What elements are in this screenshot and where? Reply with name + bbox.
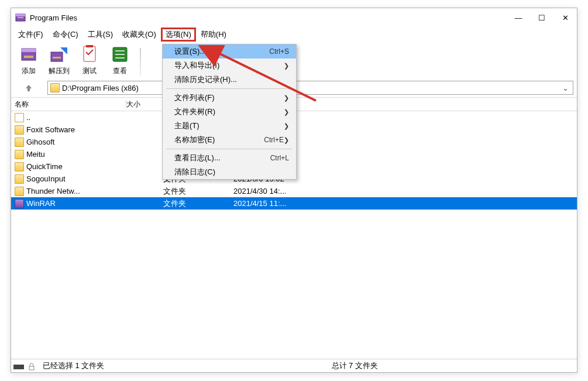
menu-item-label: 设置(S)...: [174, 46, 269, 57]
svg-rect-18: [29, 366, 34, 370]
address-bar[interactable]: D:\Program Files (x86) ⌄: [47, 81, 573, 95]
folder-icon: [15, 125, 24, 135]
menu-item-label: 清除历史记录(H)...: [174, 74, 289, 85]
up-button[interactable]: [22, 82, 36, 94]
row-name: SogouInput: [26, 174, 128, 183]
menu-item[interactable]: 文件列表(F)❯: [163, 91, 296, 105]
submenu-arrow-icon: ❯: [284, 94, 289, 102]
disk-icon: [13, 363, 24, 370]
up-folder-icon: [15, 113, 24, 122]
column-size[interactable]: 大小: [126, 98, 165, 111]
folder-icon: [15, 187, 24, 196]
toolbar-extract-label: 解压到: [49, 66, 70, 76]
winrar-app-icon: [15, 12, 26, 23]
row-type: 文件夹: [163, 186, 233, 197]
svg-rect-2: [18, 17, 23, 18]
menu-item[interactable]: 清除日志(C): [163, 165, 296, 179]
options-dropdown: 设置(S)...Ctrl+S导入和导出(I)❯清除历史记录(H)...文件列表(…: [162, 44, 297, 180]
folder-icon: [15, 174, 24, 184]
menu-shortcut: Ctrl+L: [270, 154, 289, 162]
status-right: 总计 7 文件夹: [326, 361, 577, 371]
menu-help[interactable]: 帮助(H): [196, 28, 231, 42]
menu-item[interactable]: 清除历史记录(H)...: [163, 73, 296, 87]
svg-rect-1: [16, 14, 25, 16]
folder-icon: [15, 138, 24, 147]
toolbar-extract[interactable]: 解压到: [45, 44, 73, 76]
folder-icon: [15, 162, 24, 171]
menu-item[interactable]: 主题(T)❯: [163, 119, 296, 133]
title-bar: Program Files — ☐ ✕: [11, 8, 577, 27]
menu-file[interactable]: 文件(F): [13, 28, 48, 42]
menu-item-label: 主题(T): [174, 121, 284, 131]
menu-item[interactable]: 设置(S)...Ctrl+S: [163, 44, 296, 59]
view-icon: [109, 44, 130, 65]
svg-rect-5: [24, 56, 33, 58]
maximize-button[interactable]: ☐: [530, 8, 553, 27]
table-row[interactable]: Thunder Netw...文件夹2021/4/30 14:...: [11, 185, 577, 197]
status-bar: 已经选择 1 文件夹 总计 7 文件夹: [11, 359, 577, 372]
row-name: Thunder Netw...: [26, 187, 128, 195]
row-date: 2021/4/30 14:...: [233, 187, 310, 195]
lock-icon: [27, 363, 36, 371]
close-button[interactable]: ✕: [553, 8, 577, 27]
menu-separator: [166, 149, 293, 149]
svg-rect-9: [86, 45, 93, 47]
row-name: Meitu: [26, 150, 128, 159]
row-name: QuickTime: [26, 162, 128, 171]
menu-item[interactable]: 查看日志(L)...Ctrl+L: [163, 151, 296, 165]
table-row[interactable]: WinRAR文件夹2021/4/15 11:...: [11, 197, 577, 210]
menu-item-label: 文件列表(F): [174, 92, 284, 103]
row-name: Gihosoft: [26, 138, 128, 146]
submenu-arrow-icon: ❯: [284, 62, 289, 70]
row-date: 2021/4/15 11:...: [233, 199, 310, 208]
chevron-down-icon[interactable]: ⌄: [560, 84, 570, 92]
menu-item[interactable]: 名称加密(E)Ctrl+E❯: [163, 133, 296, 147]
menu-item-label: 导入和导出(I): [174, 60, 284, 71]
toolbar-test-label: 测试: [82, 66, 97, 76]
submenu-arrow-icon: ❯: [284, 108, 289, 116]
menu-shortcut: Ctrl+E: [264, 136, 284, 144]
column-name[interactable]: 名称: [15, 98, 126, 111]
toolbar-test[interactable]: 测试: [75, 44, 104, 76]
menu-options[interactable]: 选项(N): [161, 28, 196, 42]
test-icon: [79, 44, 100, 65]
row-name: WinRAR: [26, 199, 128, 208]
menu-tools[interactable]: 工具(S): [83, 28, 118, 42]
menu-item-label: 文件夹树(R): [174, 107, 284, 117]
address-text: D:\Program Files (x86): [62, 84, 560, 92]
minimize-button[interactable]: —: [507, 8, 530, 27]
add-icon: [18, 44, 39, 65]
toolbar-view[interactable]: 查看: [106, 44, 134, 76]
row-type: 文件夹: [163, 198, 233, 209]
row-name: ..: [26, 113, 128, 122]
svg-rect-4: [22, 49, 36, 52]
row-name: Foxit Software: [26, 125, 128, 134]
svg-rect-17: [13, 365, 24, 369]
menu-item[interactable]: 文件夹树(R)❯: [163, 105, 296, 119]
folder-icon: [15, 150, 24, 159]
menu-item[interactable]: 导入和导出(I)❯: [163, 59, 296, 73]
window-title: Program Files: [30, 13, 77, 22]
menu-favorites[interactable]: 收藏夹(O): [118, 28, 161, 42]
toolbar-add-label: 添加: [22, 66, 36, 76]
submenu-arrow-icon: ❯: [284, 136, 289, 144]
menu-item-label: 清除日志(C): [174, 167, 289, 177]
toolbar-separator: [140, 48, 141, 76]
submenu-arrow-icon: ❯: [284, 122, 289, 130]
archive-icon: [15, 199, 24, 208]
menu-command[interactable]: 命令(C): [48, 28, 83, 42]
toolbar-view-label: 查看: [113, 66, 127, 76]
menu-shortcut: Ctrl+S: [269, 47, 289, 56]
folder-icon: [50, 83, 60, 92]
arrow-up-icon: [25, 84, 33, 92]
menu-separator: [166, 88, 293, 89]
svg-rect-7: [53, 57, 61, 59]
status-left: 已经选择 1 文件夹: [11, 361, 326, 371]
toolbar-add[interactable]: 添加: [15, 44, 43, 76]
menu-item-label: 查看日志(L)...: [174, 153, 270, 163]
menu-bar: 文件(F) 命令(C) 工具(S) 收藏夹(O) 选项(N) 帮助(H): [11, 27, 577, 42]
menu-item-label: 名称加密(E): [174, 135, 264, 145]
extract-icon: [49, 44, 70, 65]
